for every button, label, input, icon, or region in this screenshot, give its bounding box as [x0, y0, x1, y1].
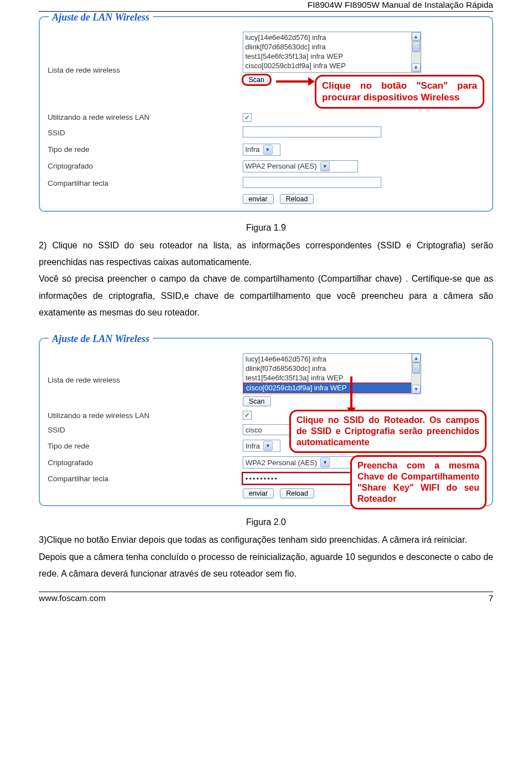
scroll-thumb[interactable] [412, 41, 420, 52]
label-use-wlan: Utilizando a rede wireless LAN [44, 409, 239, 422]
label-net-type: Tipo de rede [44, 141, 239, 158]
submit-button[interactable]: enviar [243, 488, 274, 498]
label-use-wlan: Utilizando a rede wireless LAN [44, 111, 239, 124]
panel-legend: Ajuste de LAN Wireless [49, 333, 153, 345]
scan-button[interactable]: Scan [243, 75, 271, 85]
use-wlan-checkbox[interactable]: ✓ [243, 411, 252, 420]
list-item[interactable]: lucy[14e6e462d576] infra [243, 33, 421, 42]
callout-sharekey: Preencha com a mesma Chave de Compartilh… [350, 455, 487, 510]
wireless-list[interactable]: lucy[14e6e462d576] infra dlink[f07d68563… [243, 353, 421, 394]
header-title: FI8904W FI8905W Manual de Instalação Ráp… [308, 0, 493, 9]
reload-button[interactable]: Reload [280, 488, 314, 498]
figure-caption: Figura 2.0 [39, 517, 493, 527]
body-paragraph: 2) Clique no SSID do seu roteador na lis… [39, 237, 493, 271]
scrollbar[interactable]: ▲ ▼ [411, 32, 421, 72]
paragraph-text: Você só precisa preencher o campo da cha… [39, 274, 493, 317]
callout-scan: Clique no botão "Scan" para procurar dis… [315, 75, 484, 109]
scrollbar[interactable]: ▲ ▼ [411, 354, 421, 394]
select-value: Infra [245, 145, 260, 154]
label-encrypt: Criptografado [44, 454, 239, 471]
arrow-icon [350, 376, 352, 410]
label-net-type: Tipo de rede [44, 437, 239, 454]
paragraph-text: 3)Clique no botão Enviar depois que toda… [39, 535, 467, 544]
scroll-down-icon[interactable]: ▼ [412, 385, 421, 394]
label-encrypt: Criptografado [44, 158, 239, 175]
list-item[interactable]: test1[54e6fc35f13a] infra WEP [243, 52, 421, 61]
chevron-down-icon: ▼ [320, 161, 330, 171]
list-item[interactable]: cisco[00259cb1df9a] infra WEP [243, 61, 421, 70]
footer-page-number: 7 [488, 593, 493, 603]
list-item[interactable]: test1[54e6fc35f13a] infra WEP [243, 373, 421, 383]
scroll-thumb[interactable] [412, 363, 420, 374]
figure-caption: Figura 1.9 [39, 223, 493, 233]
arrow-icon [276, 80, 309, 83]
select-value: Infra [245, 442, 260, 450]
chevron-down-icon: ▼ [320, 457, 330, 467]
body-paragraph: Você só precisa preencher o campo da cha… [39, 271, 493, 321]
list-item[interactable]: dlink[f07d685630dc] infra [243, 364, 421, 373]
paragraph-text: Depois que a câmera tenha concluído o pr… [39, 552, 493, 578]
chevron-down-icon: ▼ [263, 441, 273, 451]
list-item-selected[interactable]: cisco[00259cb1df9a] infra WEP [243, 383, 421, 393]
scroll-down-icon[interactable]: ▼ [412, 63, 421, 72]
wireless-settings-panel-1: Ajuste de LAN Wireless Lista de rede wir… [39, 16, 493, 212]
page-footer: www.foscam.com 7 [39, 592, 493, 603]
select-value: WPA2 Personal (AES) [245, 162, 317, 170]
label-wireless-list: Lista de rede wireless [44, 29, 239, 111]
paragraph-text: 2) Clique no SSID do seu roteador na lis… [39, 241, 493, 267]
list-item[interactable]: dlink[f07d685630dc] infra [243, 42, 421, 52]
submit-button[interactable]: enviar [243, 194, 274, 204]
chevron-down-icon: ▼ [263, 145, 273, 155]
body-paragraph: Depois que a câmera tenha concluído o pr… [39, 549, 493, 583]
network-type-select[interactable]: Infra ▼ [243, 144, 280, 156]
wireless-list[interactable]: lucy[14e6e462d576] infra dlink[f07d68563… [243, 32, 421, 73]
label-share-key: Compartilhar tecla [44, 471, 239, 486]
callout-ssid: Clique no SSID do Roteador. Os campos de… [289, 410, 487, 453]
reload-button[interactable]: Reload [280, 194, 314, 204]
ssid-input[interactable] [243, 126, 381, 137]
footer-url: www.foscam.com [39, 593, 106, 603]
label-wireless-list: Lista de rede wireless [44, 351, 239, 409]
wireless-settings-panel-2: Ajuste de LAN Wireless Lista de rede wir… [39, 338, 493, 506]
label-ssid: SSID [44, 422, 239, 437]
body-paragraph: 3)Clique no botão Enviar depois que toda… [39, 532, 493, 548]
scroll-up-icon[interactable]: ▲ [412, 354, 421, 363]
panel-legend: Ajuste de LAN Wireless [49, 12, 153, 23]
page-header: FI8904W FI8905W Manual de Instalação Ráp… [39, 0, 493, 12]
scan-button[interactable]: Scan [243, 396, 271, 406]
encryption-select[interactable]: WPA2 Personal (AES) ▼ [243, 456, 358, 468]
scroll-up-icon[interactable]: ▲ [412, 32, 421, 41]
share-key-input[interactable] [243, 177, 381, 188]
label-ssid: SSID [44, 124, 239, 141]
label-share-key: Compartilhar tecla [44, 175, 239, 192]
use-wlan-checkbox[interactable]: ✓ [243, 113, 252, 122]
network-type-select[interactable]: Infra ▼ [243, 440, 280, 452]
encryption-select[interactable]: WPA2 Personal (AES) ▼ [243, 160, 358, 172]
select-value: WPA2 Personal (AES) [245, 459, 317, 467]
list-item[interactable]: lucy[14e6e462d576] infra [243, 354, 421, 364]
